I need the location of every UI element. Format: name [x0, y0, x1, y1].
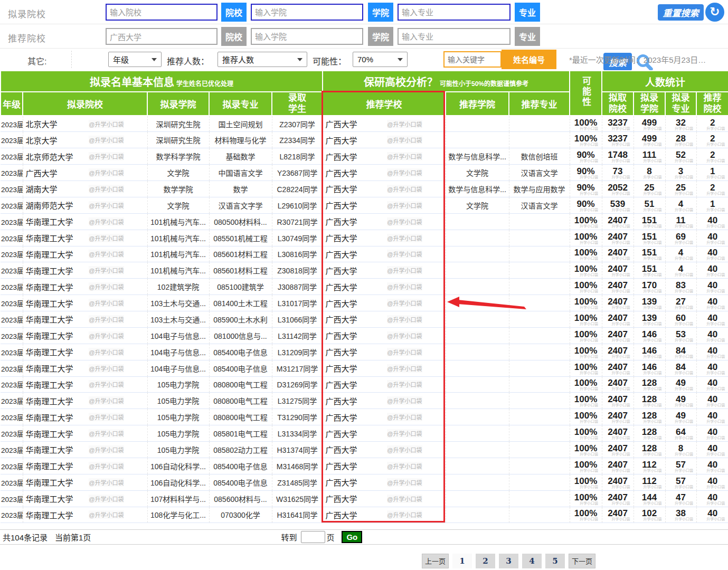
- stat-value: 25: [634, 184, 665, 192]
- table-row: 2023届广西大学@升学小口袋文学院中国语言文学Y23687同学广西大学@升学小…: [1, 165, 728, 181]
- stat-value: 100%: [570, 412, 602, 420]
- cell-student: L8218同学: [272, 148, 323, 165]
- cell-grade: 2023届: [1, 230, 23, 246]
- university-name: 华南理工大学: [24, 477, 73, 488]
- cell-rec-college: [446, 474, 509, 490]
- cell-stat-4: 40升学小口袋: [696, 442, 728, 458]
- cell-rec-school: 广西大学@升学小口袋: [323, 507, 446, 523]
- watermark: @升学小口袋: [89, 462, 124, 470]
- university-name: 广西大学: [324, 314, 357, 325]
- cell-admit-college: 101机械与汽车...: [147, 262, 209, 279]
- admit-school-search-button[interactable]: 院校: [221, 3, 247, 22]
- results-table: 拟录名单基本信息学生姓名已优化处理 保研高校分析？可能性小于50%的数据谨慎参考…: [0, 70, 728, 523]
- go-button[interactable]: Go: [342, 531, 362, 543]
- column-header-rec-college: 推荐学院: [446, 92, 509, 116]
- rec-count-select[interactable]: 推荐人数: [218, 52, 307, 67]
- probability-label: 可能性：: [313, 54, 346, 67]
- stat-value: 128: [634, 412, 665, 420]
- rec-college-search-button[interactable]: 学院: [368, 27, 393, 46]
- rec-college-input[interactable]: [251, 28, 363, 45]
- cell-stat-2: 144升学小口袋: [634, 490, 665, 507]
- page-button-3[interactable]: 3: [499, 554, 518, 568]
- rec-major-search-button[interactable]: 专业: [515, 27, 540, 46]
- cell-admit-college: 104电子与信息...: [147, 327, 209, 344]
- cell-grade: 2023届: [1, 311, 23, 328]
- admit-major-input[interactable]: [398, 4, 510, 21]
- cell-rec-major: [509, 344, 570, 360]
- table-row: 2023届华南理工大学@升学小口袋101机械与汽车...085601材料工程Z3…: [1, 262, 728, 279]
- stat-value: 83: [666, 281, 696, 289]
- watermark: 升学小口袋: [606, 501, 634, 506]
- cell-rec-major: [509, 262, 570, 279]
- watermark: 升学小口袋: [669, 371, 697, 375]
- cell-stat-2: 128升学小口袋: [634, 425, 665, 442]
- cell-stat-1: 2407升学小口袋: [602, 213, 634, 230]
- cell-student: L30749同学: [272, 230, 323, 246]
- cell-rec-school: 广西大学@升学小口袋: [323, 148, 446, 165]
- cell-grade: 2023届: [1, 181, 23, 197]
- cell-stat-3: 84升学小口袋: [665, 344, 696, 360]
- column-header-admit-major: 拟录专业: [209, 92, 272, 116]
- grade-select[interactable]: 年级: [108, 52, 162, 67]
- keyword-input[interactable]: [443, 51, 502, 68]
- page-button-4[interactable]: 4: [522, 554, 542, 568]
- goto-page-input[interactable]: [301, 531, 325, 543]
- university-name: 华南理工大学: [24, 330, 73, 341]
- cell-stat-2: 146升学小口袋: [634, 344, 665, 360]
- stat-value: 49: [666, 379, 696, 387]
- watermark: 升学小口袋: [700, 371, 728, 375]
- rec-school-input[interactable]: [106, 28, 218, 45]
- cell-admit-major: 085601材料工程: [209, 262, 272, 279]
- admit-major-search-button[interactable]: 专业: [515, 3, 540, 22]
- cell-rec-college: [446, 279, 509, 295]
- stat-value: 90%: [570, 200, 602, 208]
- cell-stat-2: 170升学小口袋: [634, 279, 665, 295]
- university-name: 广西大学: [324, 151, 357, 162]
- table-row: 2023届华南理工大学@升学小口袋105电力学院080800电气工程T31290…: [1, 409, 728, 425]
- cell-stat-1: 1748升学小口袋: [602, 148, 634, 165]
- watermark: @升学小口袋: [89, 120, 124, 128]
- stat-value: 27: [666, 298, 696, 306]
- page-button-1[interactable]: 1: [452, 554, 472, 568]
- cell-probability: 100%升学小口袋: [570, 246, 602, 262]
- admit-school-input[interactable]: [106, 4, 218, 21]
- next-page-button[interactable]: 下一页: [569, 554, 595, 568]
- results-table-wrap: 拟录名单基本信息学生姓名已优化处理 保研高校分析？可能性小于50%的数据谨慎参考…: [0, 70, 728, 523]
- reset-search-button[interactable]: 重置搜索: [658, 4, 704, 21]
- stat-value: 144: [634, 493, 665, 501]
- cell-student: R30721同学: [272, 213, 323, 230]
- stat-value: 53: [666, 330, 696, 338]
- cell-rec-major: [509, 279, 570, 295]
- cell-stat-4: 40升学小口袋: [696, 360, 728, 376]
- watermark: 升学小口袋: [669, 273, 697, 277]
- cell-stat-4: 40升学小口袋: [696, 279, 728, 295]
- watermark: @升学小口袋: [387, 299, 422, 307]
- cell-probability: 100%升学小口袋: [570, 490, 602, 507]
- reset-icon[interactable]: ↻: [705, 3, 724, 22]
- watermark: @升学小口袋: [89, 396, 124, 405]
- prev-page-button[interactable]: 上一页: [422, 554, 449, 568]
- cell-admit-major: 085501机械工程: [209, 230, 272, 246]
- watermark: @升学小口袋: [89, 266, 124, 274]
- cell-admit-major: 070300化学: [209, 507, 272, 523]
- stat-value: 8: [666, 444, 696, 452]
- admit-college-input[interactable]: [251, 4, 363, 21]
- page-button-2[interactable]: 2: [476, 554, 495, 568]
- stat-value: 100%: [570, 216, 602, 224]
- cell-stat-1: 2407升学小口袋: [602, 507, 634, 523]
- table-row: 2023届华南理工大学@升学小口袋101机械与汽车...080500材料科...…: [1, 213, 728, 230]
- cell-rec-school: 广西大学@升学小口袋: [323, 458, 446, 474]
- cell-admit-major: 国土空间规划: [209, 116, 272, 132]
- cell-admit-major: 数学: [209, 181, 272, 197]
- rec-major-input[interactable]: [398, 28, 510, 45]
- admit-college-search-button[interactable]: 学院: [368, 3, 393, 22]
- admit-info-title: 拟录名单基本信息: [90, 77, 174, 88]
- stat-value: 3: [666, 167, 696, 175]
- name-code-button[interactable]: 姓名编号: [502, 50, 556, 69]
- watermark: 升学小口袋: [669, 175, 697, 179]
- probability-select[interactable]: 70%: [353, 52, 408, 67]
- cell-rec-major: [509, 230, 570, 246]
- page-button-5[interactable]: 5: [545, 554, 565, 568]
- rec-school-search-button[interactable]: 院校: [221, 27, 247, 46]
- cell-probability: 100%升学小口袋: [570, 132, 602, 148]
